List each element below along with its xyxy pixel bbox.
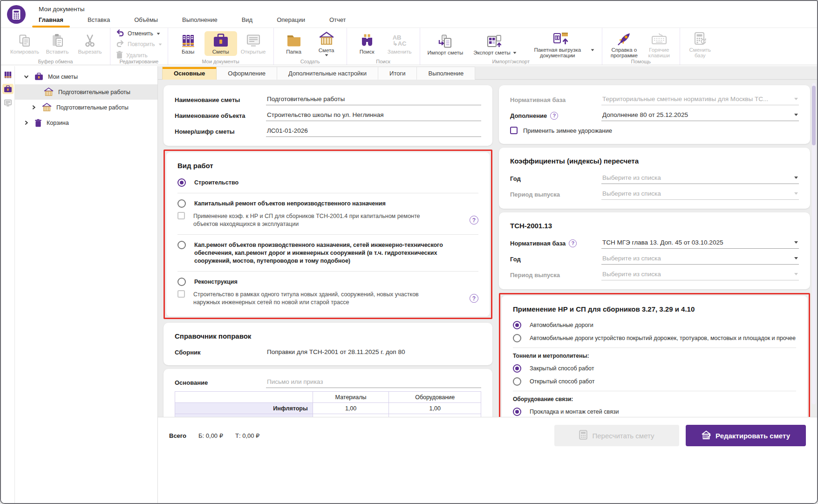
rail-opened-button[interactable] <box>2 98 14 108</box>
coeff-period-label: Период выпуска <box>510 191 601 198</box>
tsn-title: ТСН-2001.13 <box>510 222 799 230</box>
batch-export-button[interactable]: Пакетная выгрузка документации <box>523 29 598 60</box>
radio-auto-roads[interactable]: Автомобильные дороги <box>513 319 796 332</box>
radio-construction[interactable]: Строительство <box>177 175 478 190</box>
radio-open-method[interactable]: Открытый способ работ <box>513 375 796 388</box>
radio-on-icon[interactable] <box>513 321 521 329</box>
radio-on-icon[interactable] <box>177 178 186 187</box>
bases-button[interactable]: Базы <box>172 31 204 56</box>
tab-execution[interactable]: Выполнение <box>417 67 475 80</box>
estimate-code-input[interactable]: ЛС01-01-2026 <box>266 126 481 137</box>
help-icon[interactable]: ? <box>550 112 558 120</box>
menu-tab-volumes[interactable]: Объёмы <box>134 16 158 27</box>
checkbox-off-icon[interactable] <box>177 212 185 219</box>
radio-off-icon[interactable] <box>513 334 521 342</box>
create-folder-label: Папка <box>286 49 301 54</box>
redo-dropdown-icon[interactable] <box>158 43 162 45</box>
tsn-period-select[interactable]: Выберите из списка <box>601 269 799 280</box>
redo-icon <box>116 40 124 48</box>
paste-button[interactable]: Вставить <box>41 31 74 56</box>
tree-item-my-estimates[interactable]: Мои сметы <box>15 69 157 84</box>
group-label-editing: Редактирование <box>110 59 168 64</box>
undo-button[interactable]: Отменить <box>116 29 162 38</box>
addition-select[interactable]: Дополнение 80 от 25.12.2025 <box>601 110 799 121</box>
radio-off-icon[interactable] <box>177 241 186 249</box>
radio-off-icon[interactable] <box>513 377 521 386</box>
coeff-year-select[interactable]: Выберите из списка <box>601 173 799 184</box>
radio-capital-repair-nonproduction[interactable]: Капитальный ремонт объектов непроизводст… <box>177 196 478 211</box>
chevron-right-icon[interactable] <box>31 105 36 110</box>
tab-formatting[interactable]: Оформление <box>217 67 277 80</box>
radio-capital-repair-production[interactable]: Кап.ремонт объектов производственного на… <box>177 238 478 268</box>
radio-on-icon[interactable] <box>513 364 521 373</box>
rail-estimates-button[interactable] <box>2 84 14 94</box>
object-name-input[interactable]: Строительство школы по ул. Неглинная <box>266 110 481 121</box>
scrollbar-thumb[interactable] <box>812 86 816 145</box>
redo-button[interactable]: Повторить <box>116 40 162 48</box>
create-estimate-button[interactable]: Смета <box>310 30 343 58</box>
cut-button[interactable]: Вырезать <box>74 31 106 56</box>
about-button[interactable]: Справка о программе <box>606 29 642 60</box>
coeff-period-select[interactable]: Выберите из списка <box>601 189 799 200</box>
undo-dropdown-icon[interactable] <box>157 33 160 34</box>
help-icon[interactable]: ? <box>569 239 577 247</box>
checkbox-single-title-construction[interactable]: Строительство в рамках одного титула нов… <box>177 289 478 310</box>
radio-auto-roads-surfacing[interactable]: Автомобильные дороги устройство покрытий… <box>513 332 796 345</box>
addition-label: Дополнение? <box>510 112 601 120</box>
checkbox-nr-sp-coeff[interactable]: Применение коэф. к НР и СП для сборников… <box>177 211 478 232</box>
import-estimate-button[interactable]: Импорт сметы <box>424 32 467 57</box>
help-icon[interactable]: ? <box>470 216 478 225</box>
radio-on-icon[interactable] <box>513 408 521 416</box>
radio-off-icon[interactable] <box>177 199 186 208</box>
create-estimate-dropdown-icon[interactable] <box>325 54 328 56</box>
cell-value[interactable]: 1,00 <box>389 403 481 414</box>
divider <box>177 271 478 272</box>
opened-button[interactable]: Открытые <box>237 31 270 56</box>
tab-additional-settings[interactable]: Дополнительные настройки <box>277 67 378 80</box>
window-title: Мои документы <box>39 6 84 13</box>
tree-item-estimate-selected[interactable]: Подготовительные работы <box>15 84 157 100</box>
recalculate-button[interactable]: Пересчитать смету <box>554 425 679 446</box>
checkbox-off-icon[interactable] <box>510 127 518 134</box>
batch-export-dropdown-icon[interactable] <box>591 49 594 51</box>
checkbox-off-icon[interactable] <box>177 290 185 298</box>
replace-button[interactable]: AB↳AC Заменить <box>383 31 416 56</box>
radio-off-icon[interactable] <box>177 278 186 286</box>
export-estimate-button[interactable]: Экспорт сметы <box>470 32 520 57</box>
normative-base-select[interactable]: Территориальные сметные нормативы для Мо… <box>601 94 799 105</box>
menu-tab-execution[interactable]: Выполнение <box>182 16 218 27</box>
cell-value[interactable]: 1,00 <box>313 403 389 414</box>
winter-checkbox-row[interactable]: Применить зимнее удорожание <box>510 127 612 134</box>
radio-closed-method[interactable]: Закрытый способ работ <box>513 362 796 375</box>
menu-tab-insert[interactable]: Вставка <box>88 16 110 27</box>
rail-bases-button[interactable] <box>2 70 14 80</box>
vertical-scrollbar[interactable] <box>812 83 816 404</box>
radio-reconstruction[interactable]: Реконструкция <box>177 274 478 289</box>
hotkeys-button[interactable]: Горячие клавиши <box>642 29 676 60</box>
radio-comm-networks[interactable]: Прокладка и монтаж сетей связи <box>513 405 796 417</box>
tab-general[interactable]: Основные <box>162 67 217 80</box>
copy-button[interactable]: Копировать <box>8 31 41 56</box>
tree-item-trash[interactable]: Корзина <box>15 115 157 130</box>
menu-tab-main[interactable]: Главная <box>39 16 63 27</box>
tsn-year-select[interactable]: Выберите из списка <box>601 253 799 265</box>
menu-tab-operations[interactable]: Операции <box>277 16 305 27</box>
chevron-right-icon[interactable] <box>23 120 29 126</box>
menu-tab-view[interactable]: Вид <box>242 16 253 27</box>
chevron-down-icon[interactable] <box>23 74 29 80</box>
estimates-button[interactable]: Сметы <box>204 31 237 56</box>
search-button[interactable]: Поиск <box>351 31 383 56</box>
edit-estimate-button[interactable]: Редактировать смету <box>686 425 806 446</box>
export-estimate-dropdown-icon[interactable] <box>513 52 516 54</box>
change-base-button[interactable]: Сменить базу <box>684 29 716 60</box>
basis-input[interactable]: Письмо или приказ <box>266 377 481 388</box>
help-icon[interactable]: ? <box>470 294 478 303</box>
tree-item-estimate-2[interactable]: Подготовительные работы <box>15 100 157 115</box>
menu-tab-report[interactable]: Отчет <box>329 16 346 27</box>
undo-label: Отменить <box>128 30 153 37</box>
create-folder-button[interactable]: Папка <box>278 31 310 56</box>
estimate-name-input[interactable]: Подготовительные работы <box>266 94 481 105</box>
tsn-base-select[interactable]: ТСН МГЭ глава 13. Доп. 45 от 03.10.2025 <box>601 238 799 249</box>
tab-totals[interactable]: Итоги <box>378 67 417 80</box>
corrections-title: Справочник поправок <box>175 332 481 340</box>
